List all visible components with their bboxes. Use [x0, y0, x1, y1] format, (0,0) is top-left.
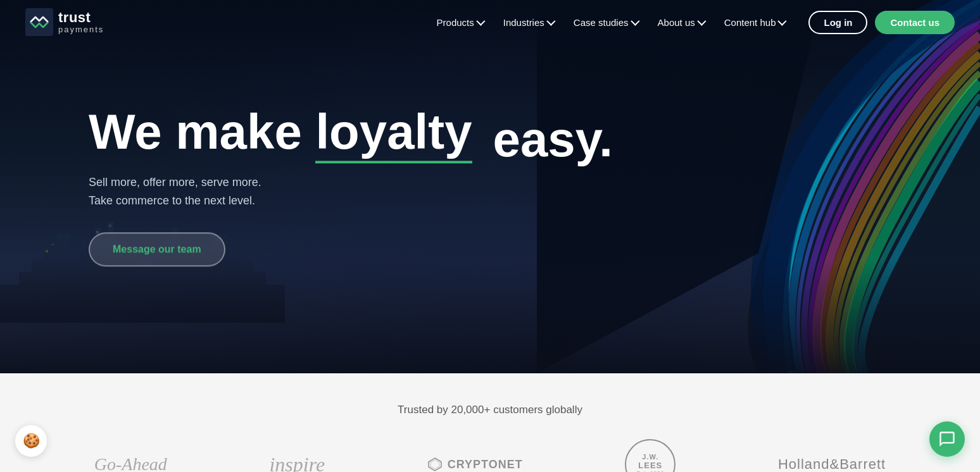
nav-content-hub[interactable]: Content hub: [715, 12, 794, 33]
svg-rect-0: [25, 8, 53, 36]
nav-products[interactable]: Products: [428, 12, 492, 33]
cookie-button[interactable]: 🍪: [15, 425, 47, 457]
logo-payments: payments: [58, 25, 104, 34]
cookie-icon: 🍪: [23, 433, 40, 449]
trusted-section: Trusted by 20,000+ customers globally Go…: [0, 373, 980, 472]
logo-trust: trust: [58, 10, 104, 25]
chevron-down-icon: [778, 17, 787, 26]
nav-actions: Log in Contact us: [808, 11, 955, 34]
cryptonet-icon: [427, 457, 443, 472]
hero-title-loyalty: loyalty: [315, 104, 472, 163]
hero-title: We make loyalty: [89, 106, 472, 158]
nav-links: Products Industries Case studies About u…: [428, 12, 794, 33]
svg-marker-7: [430, 460, 439, 469]
message-team-button[interactable]: Message our team: [89, 233, 225, 267]
contact-button[interactable]: Contact us: [875, 11, 955, 34]
road-lights: [0, 259, 980, 373]
chevron-down-icon: [631, 17, 639, 26]
login-button[interactable]: Log in: [808, 11, 867, 34]
hero-title-prefix: We make: [89, 104, 315, 159]
logo-icon: [25, 8, 53, 36]
partner-goahead: Go-Ahead: [94, 454, 167, 472]
nav-case-studies[interactable]: Case studies: [565, 12, 646, 33]
svg-rect-1: [46, 250, 48, 252]
trusted-text: Trusted by 20,000+ customers globally: [51, 404, 929, 416]
chevron-down-icon: [697, 17, 706, 26]
hero-section: We make loyalty Sell more, offer more, s…: [0, 0, 980, 373]
chevron-down-icon: [476, 17, 485, 26]
svg-rect-2: [52, 244, 54, 245]
nav-industries[interactable]: Industries: [494, 12, 562, 33]
hero-easy-text: easy.: [493, 111, 613, 168]
inspire-logo: inspire: [269, 453, 325, 473]
partner-holland: Holland&Barrett: [778, 456, 886, 472]
hero-subtitle: Sell more, offer more, serve more. Take …: [89, 173, 472, 210]
hero-content: We make loyalty Sell more, offer more, s…: [89, 106, 472, 266]
chevron-down-icon: [546, 17, 555, 26]
logo[interactable]: trust payments: [25, 8, 104, 36]
partner-logos: Go-Ahead inspire CRYPTONET J.W. LEES: [51, 439, 929, 472]
partner-jwlees: J.W. LEES Est. 1828: [625, 439, 675, 472]
partner-inspire: inspire: [269, 453, 325, 473]
holland-logo: Holland&Barrett: [778, 456, 886, 472]
chat-button[interactable]: [929, 421, 965, 457]
chat-icon: [938, 430, 956, 448]
navbar: trust payments Products Industries Case …: [0, 0, 980, 44]
goahead-logo: Go-Ahead: [94, 454, 167, 472]
cryptonet-logo: CRYPTONET: [427, 457, 523, 472]
partner-cryptonet: CRYPTONET: [427, 457, 523, 472]
nav-about-us[interactable]: About us: [649, 12, 713, 33]
jwlees-logo: J.W. LEES Est. 1828: [625, 439, 675, 472]
